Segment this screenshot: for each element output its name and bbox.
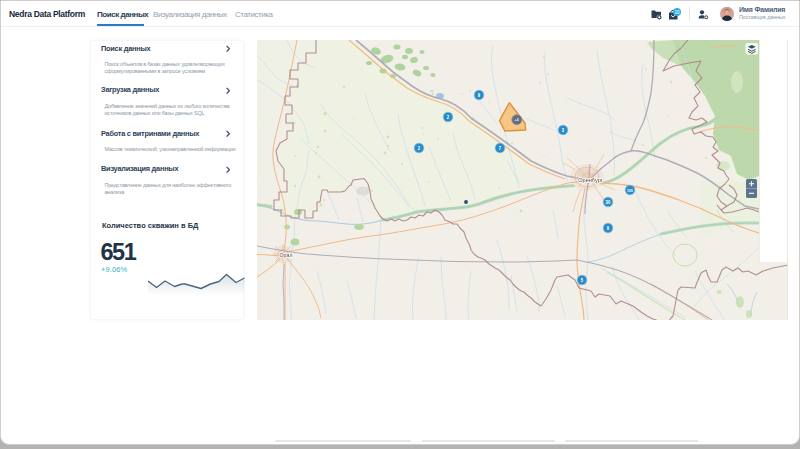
- svg-text:5: 5: [581, 278, 584, 283]
- svg-text:2: 2: [418, 146, 421, 151]
- svg-text:+6: +6: [514, 117, 519, 122]
- svg-text:Оренбург: Оренбург: [578, 177, 603, 183]
- svg-text:2: 2: [447, 115, 450, 120]
- svg-text:195: 195: [627, 189, 633, 193]
- svg-text:Орал: Орал: [280, 252, 293, 258]
- svg-text:10: 10: [674, 9, 680, 14]
- svg-text:9: 9: [478, 93, 481, 98]
- svg-text:30: 30: [605, 200, 611, 205]
- svg-text:9: 9: [607, 226, 610, 231]
- svg-text:7: 7: [499, 146, 502, 151]
- svg-text:3: 3: [562, 128, 565, 133]
